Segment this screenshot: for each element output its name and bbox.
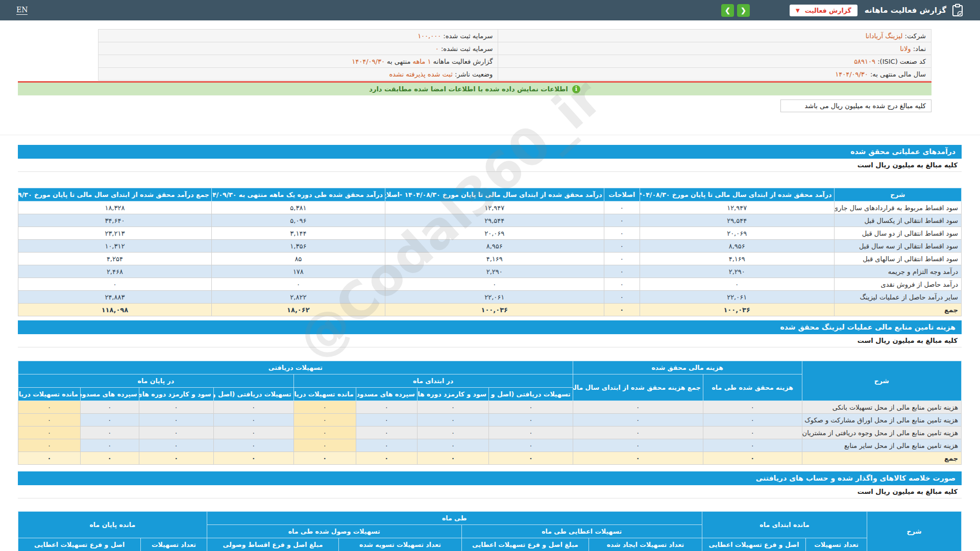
data-cell: ۰	[417, 452, 488, 465]
data-cell: ۰	[293, 427, 356, 439]
data-cell: ۰	[417, 401, 488, 414]
data-cell: ۰	[356, 452, 417, 465]
symbol-label: نماد:	[913, 45, 926, 53]
header-row: تعداد تسهیلاتاصل و فرع تسهیلات اعطاییتعد…	[18, 538, 962, 551]
data-cell: ۱۷۸	[211, 265, 385, 278]
data-cell: ۸,۹۵۶	[640, 240, 834, 253]
data-cell: ۰	[703, 452, 802, 465]
table-row: سایر درآمد حاصل از عملیات لیزینگ۲۲,۰۶۱۰۲…	[18, 291, 962, 304]
data-cell: ۱,۳۵۶	[211, 240, 385, 253]
data-cell: ۲۲,۰۶۱	[640, 291, 834, 304]
column-header: تعداد تسهیلات تسویه شده	[339, 538, 461, 551]
data-cell: ۰	[703, 427, 802, 439]
data-cell: ۰	[703, 439, 802, 452]
amounts-unit-box: کلیه مبالغ درج شده به میلیون ریال می باش…	[780, 99, 932, 112]
column-header: تسهیلات دریافتی (اصل و فرع)	[489, 388, 573, 401]
previous-report-button[interactable]: ❮	[721, 4, 734, 17]
data-cell: ۰	[81, 401, 139, 414]
fiscal-year-cell: سال مالی منتهی به: ۱۴۰۴/۰۹/۳۰	[498, 68, 932, 81]
column-header: سپرده های مسدودی	[356, 388, 417, 401]
column-header: جمع درآمد محقق شده از ابتدای سال مالی تا…	[18, 188, 212, 202]
data-cell: ۰	[573, 401, 703, 414]
report-period-label: گزارش فعالیت ماهانه	[433, 58, 493, 65]
column-header: مبلغ اصل و فرع تسهیلات اعطایی	[461, 538, 589, 551]
table-row: سود اقساط انتقالی از سالهای قبل۴,۱۶۹۰۴,۱…	[18, 253, 962, 265]
column-header: هزینه محقق شده طی ماه	[703, 374, 802, 401]
data-cell: ۰	[604, 253, 640, 265]
data-cell: ۰	[604, 227, 640, 240]
table-row: درآمد وجه التزام و جریمه۲,۲۹۰۰۲,۲۹۰۱۷۸۲,…	[18, 265, 962, 278]
data-cell: ۱۰۰,۰۳۶	[640, 304, 834, 316]
data-cell: ۰	[139, 439, 213, 452]
data-cell: ۱۲,۹۴۷	[640, 202, 834, 214]
registered-capital-label: سرمایه ثبت شده:	[443, 32, 493, 40]
data-cell: ۰	[18, 278, 212, 291]
table-row: سود اقساط مربوط به قراردادهای سال جاری۱۲…	[18, 202, 962, 214]
symbol-cell: نماد: ولانا	[498, 42, 932, 55]
column-header: درآمد محقق شده طی دوره یک ماهه منتهی به …	[211, 188, 385, 202]
report-type-dropdown-label: گزارش فعالیت	[805, 7, 851, 14]
data-cell: ۲,۸۲۲	[211, 291, 385, 304]
company-info-table: شرکت: لیزینگ آریادانا سرمایه ثبت شده: ۱۰…	[98, 29, 932, 81]
data-cell: ۸,۹۵۶	[385, 240, 604, 253]
fiscal-year-label: سال مالی منتهی به:	[870, 70, 926, 78]
data-cell: ۴,۲۵۴	[18, 253, 212, 265]
data-cell: ۰	[18, 427, 81, 439]
next-report-button[interactable]: ❯	[737, 4, 750, 17]
data-cell: ۰	[213, 401, 293, 414]
data-cell: ۰	[489, 427, 573, 439]
section-title-funding-cost: هزینه تامین منابع مالی عملیات لیزینگ محق…	[18, 320, 962, 334]
data-cell: ۲,۴۶۸	[18, 265, 212, 278]
data-cell: ۰	[573, 452, 703, 465]
data-cell: ۱۱۸,۰۹۸	[18, 304, 212, 316]
data-cell: ۰	[18, 452, 81, 465]
data-cell: ۱۲,۹۴۷	[385, 202, 604, 214]
info-row: سال مالی منتهی به: ۱۴۰۴/۰۹/۳۰ وضعیت ناشر…	[99, 68, 932, 81]
table-row: هزینه تامین منابع مالی از محل وجوه دریاف…	[18, 427, 962, 439]
registered-capital-cell: سرمایه ثبت شده: ۱۰۰,۰۰۰	[99, 30, 498, 42]
row-label: درآمد حاصل از فروش نقدی	[834, 278, 961, 291]
data-cell: ۲۰,۰۶۹	[640, 227, 834, 240]
isic-value: ۵۸۹۱۰۹	[854, 58, 875, 65]
data-cell: ۰	[489, 414, 573, 427]
data-cell: ۱۰۰,۰۳۶	[385, 304, 604, 316]
data-cell: ۰	[417, 439, 488, 452]
table-row: سود اقساط انتقالی از دو سال قبل۲۰,۰۶۹۰۲۰…	[18, 227, 962, 240]
column-header: مانده ابتدای ماه	[702, 512, 867, 538]
table-row: هزینه تامین منابع مالی از محل تسهیلات با…	[18, 401, 962, 414]
notice-text: اطلاعات نمایش داده شده با اطلاعات امضا ش…	[369, 85, 568, 93]
column-header: تعداد تسهیلات	[806, 538, 867, 551]
english-language-link[interactable]: EN	[16, 6, 28, 15]
isic-cell: کد صنعت (ISIC): ۵۸۹۱۰۹	[498, 55, 932, 68]
data-cell: ۲۹,۵۴۴	[640, 214, 834, 227]
data-cell: ۰	[18, 401, 81, 414]
column-header: تعداد تسهیلات ایجاد شده	[589, 538, 702, 551]
row-label: درآمد وجه التزام و جریمه	[834, 265, 961, 278]
column-header: مانده تسهیلات دریافتی	[293, 388, 356, 401]
row-label: سود اقساط مربوط به قراردادهای سال جاری	[834, 202, 961, 214]
data-cell: ۰	[573, 414, 703, 427]
publisher-status-cell: وضعیت ناشر: ثبت شده پذیرفته نشده	[99, 68, 498, 81]
data-cell: ۰	[81, 452, 139, 465]
table-row: درآمد حاصل از فروش نقدی۰۰۰۰۰	[18, 278, 962, 291]
column-header: در ابتدای ماه	[293, 374, 573, 388]
isic-label: کد صنعت (ISIC):	[877, 58, 926, 65]
data-cell: ۰	[81, 427, 139, 439]
row-label: هزینه تامین منابع مالی از محل وجوه دریاف…	[802, 427, 961, 439]
data-cell: ۰	[604, 202, 640, 214]
row-label: هزینه تامین منابع مالی از محل اوراق مشار…	[802, 414, 961, 427]
publisher-status-label: وضعیت ناشر:	[455, 70, 493, 78]
top-navigation-bar: گزارش فعالیت ماهانه گزارش فعالیت ▼ ❮ ❯ E…	[0, 0, 980, 20]
data-cell: ۵,۳۸۱	[211, 202, 385, 214]
data-cell: ۰	[81, 414, 139, 427]
column-header: اصل و فرع تسهیلات اعطایی	[18, 538, 141, 551]
report-type-dropdown[interactable]: گزارش فعالیت ▼	[790, 5, 857, 16]
data-cell: ۰	[417, 427, 488, 439]
section-title-goods-receivables: صورت خلاصه کالاهای واگذار شده و حساب های…	[18, 471, 962, 485]
column-header: سود و کارمزد دوره های آتی	[417, 388, 488, 401]
column-header: تسهیلات دریافتی (اصل و فرع)	[213, 388, 293, 401]
data-cell: ۰	[139, 452, 213, 465]
column-header: تسهیلات دریافتی	[18, 361, 573, 374]
data-cell: ۰	[604, 214, 640, 227]
registered-capital-value: ۱۰۰,۰۰۰	[418, 32, 441, 40]
